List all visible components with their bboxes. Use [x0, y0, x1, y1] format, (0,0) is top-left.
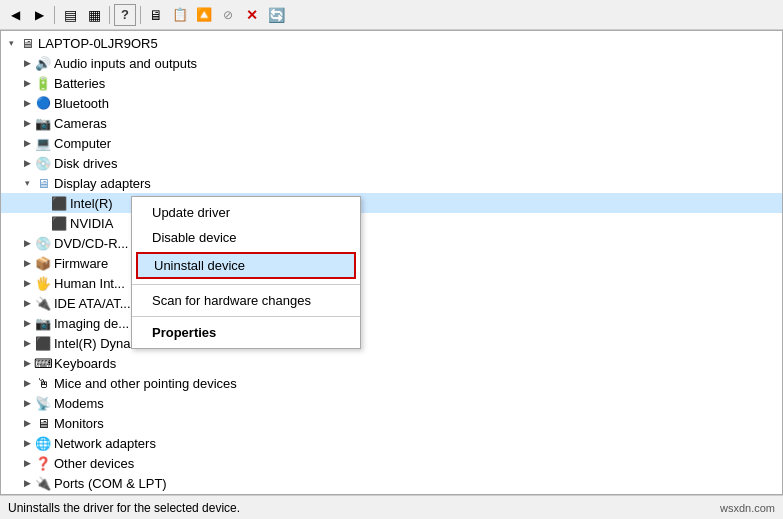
expand-monitors[interactable]: ▶ — [19, 415, 35, 431]
tree-item-printqueues[interactable]: ▶ 🖨 Print queues — [1, 493, 782, 494]
uninstall-button[interactable]: ✕ — [241, 4, 263, 26]
batteries-label: Batteries — [54, 76, 105, 91]
tree-item-bluetooth[interactable]: ▶ 🔵 Bluetooth — [1, 93, 782, 113]
tree-item-network[interactable]: ▶ 🌐 Network adapters — [1, 433, 782, 453]
context-menu: Update driver Disable device Uninstall d… — [131, 196, 361, 349]
tree-item-batteries[interactable]: ▶ 🔋 Batteries — [1, 73, 782, 93]
firmware-icon: 📦 — [35, 255, 51, 271]
nvidia-label: NVIDIA — [70, 216, 113, 231]
tree-item-nvidia[interactable]: ⬛ NVIDIA — [1, 213, 782, 233]
ide-label: IDE ATA/AT... — [54, 296, 131, 311]
tree-item-dvd[interactable]: ▶ 💿 DVD/CD-R... — [1, 233, 782, 253]
ctx-update-driver[interactable]: Update driver — [132, 200, 360, 225]
statusbar-message: Uninstalls the driver for the selected d… — [8, 501, 240, 515]
tree-item-other[interactable]: ▶ ❓ Other devices — [1, 453, 782, 473]
displayadapters-label: Display adapters — [54, 176, 151, 191]
hidden-button[interactable]: ▦ — [83, 4, 105, 26]
expand-ide[interactable]: ▶ — [19, 295, 35, 311]
tree-item-modems[interactable]: ▶ 📡 Modems — [1, 393, 782, 413]
expand-diskdrives[interactable]: ▶ — [19, 155, 35, 171]
ctx-uninstall-device[interactable]: Uninstall device — [136, 252, 356, 279]
expand-network[interactable]: ▶ — [19, 435, 35, 451]
battery-icon: 🔋 — [35, 75, 51, 91]
help-button[interactable]: ? — [114, 4, 136, 26]
dvd-icon: 💿 — [35, 235, 51, 251]
statusbar-brand: wsxdn.com — [720, 502, 775, 514]
bluetooth-icon: 🔵 — [35, 95, 51, 111]
properties-button[interactable]: 📋 — [169, 4, 191, 26]
tree-item-root[interactable]: ▾ 🖥 LAPTOP-0LJR9OR5 — [1, 33, 782, 53]
monitor-icon: 🖥 — [35, 415, 51, 431]
tree-item-humanint[interactable]: ▶ 🖐 Human Int... — [1, 273, 782, 293]
ctx-sep2 — [132, 316, 360, 317]
tree-item-firmware[interactable]: ▶ 📦 Firmware — [1, 253, 782, 273]
audio-label: Audio inputs and outputs — [54, 56, 197, 71]
ctx-scan-hardware[interactable]: Scan for hardware changes — [132, 288, 360, 313]
expand-cameras[interactable]: ▶ — [19, 115, 35, 131]
computer-label: Computer — [54, 136, 111, 151]
ports-icon: 🔌 — [35, 475, 51, 491]
ctx-disable-device[interactable]: Disable device — [132, 225, 360, 250]
humanint-icon: 🖐 — [35, 275, 51, 291]
expand-root[interactable]: ▾ — [3, 35, 19, 51]
expand-audio[interactable]: ▶ — [19, 55, 35, 71]
network-icon: 🌐 — [35, 435, 51, 451]
toolbar: ◀ ▶ ▤ ▦ ? 🖥 📋 🔼 ⊘ ✕ 🔄 — [0, 0, 783, 30]
expand-batteries[interactable]: ▶ — [19, 75, 35, 91]
tree-item-displayadapters[interactable]: ▾ 🖥 Display adapters — [1, 173, 782, 193]
forward-button[interactable]: ▶ — [28, 4, 50, 26]
expand-humanint[interactable]: ▶ — [19, 275, 35, 291]
back-button[interactable]: ◀ — [4, 4, 26, 26]
intel-label: Intel(R) — [70, 196, 113, 211]
tree-item-ports[interactable]: ▶ 🔌 Ports (COM & LPT) — [1, 473, 782, 493]
tree-item-diskdrives[interactable]: ▶ 💿 Disk drives — [1, 153, 782, 173]
expand-displayadapters[interactable]: ▾ — [19, 175, 35, 191]
expand-computer[interactable]: ▶ — [19, 135, 35, 151]
mouse-icon: 🖱 — [35, 375, 51, 391]
network-label: Network adapters — [54, 436, 156, 451]
driver-button[interactable]: 🔼 — [193, 4, 215, 26]
tree-item-ide[interactable]: ▶ 🔌 IDE ATA/AT... — [1, 293, 782, 313]
bluetooth-label: Bluetooth — [54, 96, 109, 111]
keyboards-label: Keyboards — [54, 356, 116, 371]
modems-label: Modems — [54, 396, 104, 411]
ctx-properties[interactable]: Properties — [132, 320, 360, 345]
expand-bluetooth[interactable]: ▶ — [19, 95, 35, 111]
expand-firmware[interactable]: ▶ — [19, 255, 35, 271]
computer-button[interactable]: 🖥 — [145, 4, 167, 26]
sep1 — [54, 6, 55, 24]
tree-item-audio[interactable]: ▶ 🔊 Audio inputs and outputs — [1, 53, 782, 73]
tree-item-mice[interactable]: ▶ 🖱 Mice and other pointing devices — [1, 373, 782, 393]
tree-item-monitors[interactable]: ▶ 🖥 Monitors — [1, 413, 782, 433]
ide-icon: 🔌 — [35, 295, 51, 311]
keyboard-icon: ⌨ — [35, 355, 51, 371]
disable-button[interactable]: ⊘ — [217, 4, 239, 26]
expand-other[interactable]: ▶ — [19, 455, 35, 471]
device-tree[interactable]: ▾ 🖥 LAPTOP-0LJR9OR5 ▶ 🔊 Audio inputs and… — [1, 31, 782, 494]
sep2 — [109, 6, 110, 24]
tree-item-imaging[interactable]: ▶ 📷 Imaging de... — [1, 313, 782, 333]
expand-mice[interactable]: ▶ — [19, 375, 35, 391]
scan-button[interactable]: 🔄 — [265, 4, 287, 26]
expand-nvidia — [35, 215, 51, 231]
expand-dvd[interactable]: ▶ — [19, 235, 35, 251]
disk-icon: 💿 — [35, 155, 51, 171]
tree-item-computer[interactable]: ▶ 💻 Computer — [1, 133, 782, 153]
expand-modems[interactable]: ▶ — [19, 395, 35, 411]
monitors-label: Monitors — [54, 416, 104, 431]
tree-item-keyboards[interactable]: ▶ ⌨ Keyboards — [1, 353, 782, 373]
chip-icon: ⬛ — [51, 195, 67, 211]
tree-item-cameras[interactable]: ▶ 📷 Cameras — [1, 113, 782, 133]
root-label: LAPTOP-0LJR9OR5 — [38, 36, 158, 51]
computer-icon: 🖥 — [19, 35, 35, 51]
other-label: Other devices — [54, 456, 134, 471]
expand-ports[interactable]: ▶ — [19, 475, 35, 491]
expand-imaging[interactable]: ▶ — [19, 315, 35, 331]
tree-item-intel[interactable]: ⬛ Intel(R) — [1, 193, 782, 213]
ctx-sep1 — [132, 284, 360, 285]
ctx-uninstall-wrapper: Uninstall device — [132, 250, 360, 281]
tree-item-intelplatform[interactable]: ▶ ⬛ Intel(R) Dynamic Platform and Therma… — [1, 333, 782, 353]
view-button[interactable]: ▤ — [59, 4, 81, 26]
expand-intelplatform[interactable]: ▶ — [19, 335, 35, 351]
chip2-icon: ⬛ — [51, 215, 67, 231]
